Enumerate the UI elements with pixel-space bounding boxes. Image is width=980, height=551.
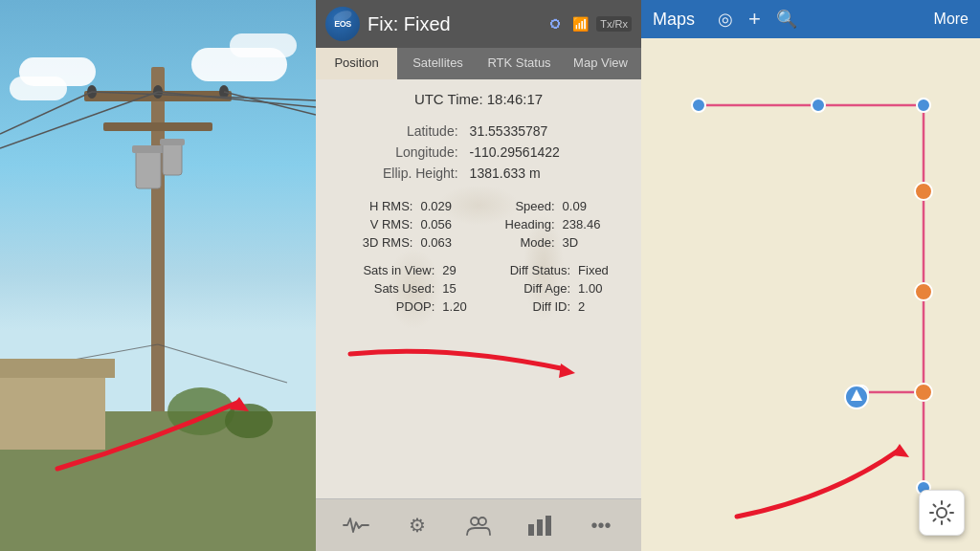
svg-rect-2 [103,122,212,131]
heart-rate-icon[interactable] [341,510,371,540]
people-icon[interactable] [463,510,494,540]
sats-in-view-label: Sats in View: [331,261,438,279]
position-content: UTC Time: 18:46:17 Latitude: 31.55335787… [316,79,641,498]
pdop-label: PDOP: [331,298,438,316]
bluetooth-symbol: 📶 [572,16,589,32]
map-panel: Maps ◎ + 🔍 More [641,0,980,551]
map-area[interactable] [641,38,980,551]
svg-rect-4 [132,145,165,153]
heading-value: 238.46 [559,215,626,233]
pdop-value: 1.20 [438,298,481,316]
ellip-height-value: 1381.633 m [464,163,626,184]
svg-point-41 [915,183,932,200]
search-icon[interactable]: 🔍 [776,9,797,30]
svg-line-15 [0,344,158,373]
tabs-bar: Position Satellites RTK Status Map View [316,48,641,79]
svg-point-9 [219,85,229,99]
svg-rect-26 [528,524,534,536]
target-icon[interactable]: ◎ [718,9,733,30]
chart-icon[interactable] [524,510,555,540]
more-button[interactable]: More [934,11,969,28]
red-arrow-center [331,325,626,383]
svg-point-8 [153,85,163,99]
maps-title: Maps [653,10,695,30]
gear-icon[interactable]: ⚙ [402,510,433,540]
diff-id-value: 2 [574,298,626,316]
3d-rms-value: 0.063 [416,233,474,252]
coordinates-table: Latitude: 31.55335787 Longitude: -110.29… [331,121,626,184]
speed-label: Speed: [474,197,558,215]
diff-status-value: Fixed [574,261,626,279]
svg-rect-5 [163,142,182,175]
svg-point-36 [692,99,705,112]
eos-app-panel: EOS Fix: Fixed ⭘︎ 📶 Tx/Rx Position Satel… [316,0,641,551]
svg-line-14 [158,92,316,107]
sats-used-value: 15 [438,279,481,298]
latitude-label: Latitude: [331,121,464,142]
sats-used-label: Sats Used: [331,279,438,298]
sats-in-view-value: 29 [438,261,481,279]
diff-id-label: Diff ID: [481,298,574,316]
v-rms-label: V RMS: [331,215,416,233]
app-bottom-bar: ⚙ ••• [316,498,641,551]
mode-label: Mode: [474,233,558,252]
cloud-decoration [230,33,297,57]
svg-rect-18 [0,373,105,450]
svg-line-13 [92,92,316,100]
tab-map-view[interactable]: Map View [560,48,641,79]
tab-position[interactable]: Position [316,48,397,79]
svg-rect-19 [0,359,115,378]
heading-label: Heading: [474,215,558,233]
mode-value: 3D [559,233,626,252]
svg-marker-22 [230,397,249,411]
svg-rect-6 [160,139,185,145]
tab-rtk-status[interactable]: RTK Status [479,48,560,79]
svg-point-24 [471,518,479,525]
add-icon[interactable]: + [748,7,761,32]
tx-rx-label: Tx/Rx [596,16,632,32]
svg-rect-0 [151,67,165,430]
fix-status-title: Fix: Fixed [368,13,540,35]
svg-point-47 [937,508,947,518]
svg-line-12 [224,92,316,115]
h-rms-label: H RMS: [331,197,416,215]
ellipsis-icon[interactable]: ••• [586,510,616,540]
floating-gear-button[interactable] [919,490,965,536]
satellite-table: Sats in View: 29 Diff Status: Fixed Sats… [331,261,626,316]
utc-time: UTC Time: 18:46:17 [331,91,626,107]
diff-status-label: Diff Status: [481,261,574,279]
map-svg [641,38,980,551]
longitude-label: Longitude: [331,142,464,163]
latitude-value: 31.55335787 [464,121,626,142]
svg-rect-27 [537,519,543,536]
diff-age-value: 1.00 [574,279,626,298]
svg-rect-3 [136,148,161,188]
3d-rms-label: 3D RMS: [331,233,416,252]
svg-point-21 [225,404,273,438]
svg-marker-23 [559,364,575,378]
svg-point-7 [87,85,97,99]
speed-value: 0.09 [559,197,626,215]
v-rms-value: 0.056 [416,215,474,233]
photo-panel [0,0,316,551]
svg-rect-1 [84,91,232,101]
bluetooth-icon: ⭘︎ [547,14,565,34]
eos-logo: EOS [325,7,360,41]
longitude-value: -110.29561422 [464,142,626,163]
cloud-decoration [10,77,67,100]
svg-point-42 [915,283,932,300]
svg-point-43 [915,384,932,401]
map-top-bar: Maps ◎ + 🔍 More [641,0,980,38]
app-header: EOS Fix: Fixed ⭘︎ 📶 Tx/Rx [316,0,641,48]
diff-age-label: Diff Age: [481,279,574,298]
ellip-height-label: Ellip. Height: [331,163,464,184]
svg-line-16 [158,344,287,383]
svg-point-25 [479,518,486,525]
svg-rect-17 [0,411,316,551]
tab-satellites[interactable]: Satellites [397,48,479,79]
h-rms-value: 0.029 [416,197,474,215]
svg-rect-28 [546,516,551,536]
svg-point-20 [167,387,234,435]
stats-table: H RMS: 0.029 Speed: 0.09 V RMS: 0.056 He… [331,197,626,252]
svg-point-38 [917,99,930,112]
